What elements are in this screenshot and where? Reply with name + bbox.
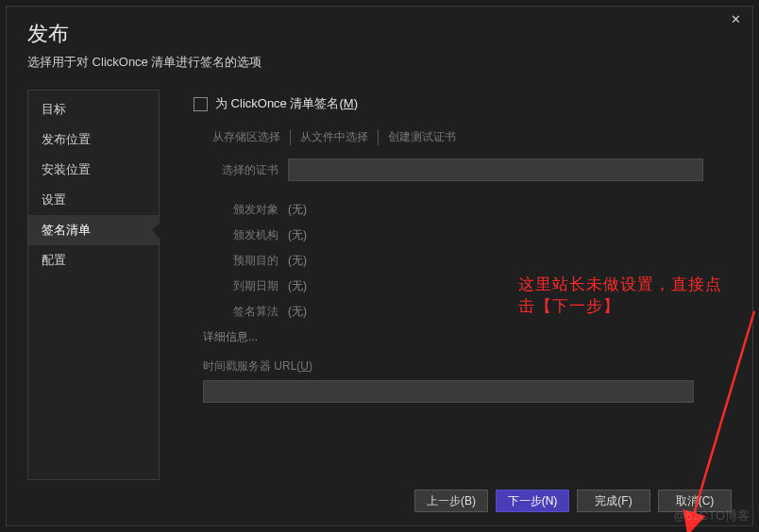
field-intended-purpose: 预期目的 (无) xyxy=(194,253,722,269)
prev-button[interactable]: 上一步(B) xyxy=(414,490,488,512)
cert-source-tabs: 从存储区选择 从文件中选择 创建测试证书 xyxy=(194,129,722,145)
page-subtitle: 选择用于对 ClickOnce 清单进行签名的选项 xyxy=(27,54,732,71)
sidebar: 目标 发布位置 安装位置 设置 签名清单 配置 xyxy=(27,90,160,480)
dialog-header: 发布 选择用于对 ClickOnce 清单进行签名的选项 xyxy=(7,7,752,80)
sign-manifest-checkbox[interactable] xyxy=(194,97,208,111)
field-issued-by: 颁发机构 (无) xyxy=(194,227,722,243)
sidebar-item-target[interactable]: 目标 xyxy=(28,94,159,125)
publish-dialog: ✕ 发布 选择用于对 ClickOnce 清单进行签名的选项 目标 发布位置 安… xyxy=(6,6,753,526)
timestamp-server-input[interactable] xyxy=(203,380,694,403)
sign-manifest-label: 为 ClickOnce 清单签名(M) xyxy=(215,95,358,112)
details-link[interactable]: 详细信息... xyxy=(194,329,722,345)
dialog-footer: 上一步(B) 下一步(N) 完成(F) 取消(C) xyxy=(7,480,752,525)
content-area: 目标 发布位置 安装位置 设置 签名清单 配置 为 ClickOnce 清单签名… xyxy=(7,80,752,480)
main-panel: 为 ClickOnce 清单签名(M) 从存储区选择 从文件中选择 创建测试证书… xyxy=(160,90,732,480)
page-title: 发布 xyxy=(27,20,732,48)
sign-manifest-checkbox-row: 为 ClickOnce 清单签名(M) xyxy=(194,95,722,112)
annotation-text: 这里站长未做设置，直接点击【下一步】 xyxy=(518,274,732,317)
field-issued-to: 颁发对象 (无) xyxy=(194,202,722,218)
finish-button[interactable]: 完成(F) xyxy=(577,490,650,512)
tab-from-file[interactable]: 从文件中选择 xyxy=(291,129,379,145)
selected-cert-input[interactable] xyxy=(288,158,703,181)
selected-cert-label: 选择的证书 xyxy=(194,162,288,178)
sidebar-item-config[interactable]: 配置 xyxy=(28,245,159,275)
close-icon[interactable]: ✕ xyxy=(726,10,745,29)
sidebar-item-settings[interactable]: 设置 xyxy=(28,185,159,215)
watermark: @51CTO博客 xyxy=(673,507,750,524)
next-button[interactable]: 下一步(N) xyxy=(496,490,569,512)
tab-from-store[interactable]: 从存储区选择 xyxy=(203,129,291,145)
sidebar-item-publish-location[interactable]: 发布位置 xyxy=(28,125,159,155)
sidebar-item-signing-manifest[interactable]: 签名清单 xyxy=(28,215,159,245)
sidebar-item-install-location[interactable]: 安装位置 xyxy=(28,155,159,185)
tab-create-test-cert[interactable]: 创建测试证书 xyxy=(379,129,465,145)
selected-cert-row: 选择的证书 xyxy=(194,158,722,181)
timestamp-server-label: 时间戳服务器 URL(U) xyxy=(194,358,722,374)
